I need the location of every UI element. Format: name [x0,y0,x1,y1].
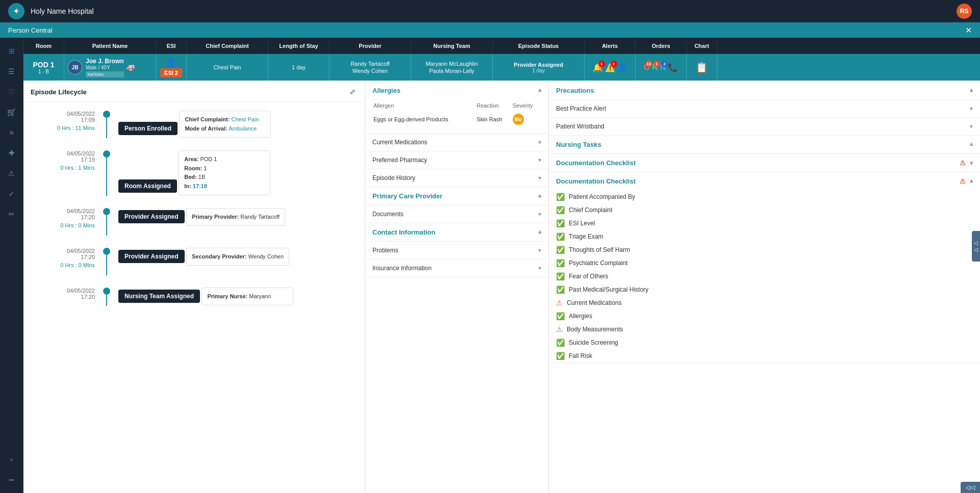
best-practice-alert-header[interactable]: Best Practice Alert ▾ [549,100,980,117]
timeline-right-1: Person Enrolled Chief Complaint: Chest P… [118,111,355,138]
patient-alerts[interactable]: 🔔 1 ⚠️ 1 👤 [585,54,636,81]
contact-information-title: Contact Information [372,228,436,236]
event5-date: 04/05/2022 [34,288,95,294]
event3-title: Provider Assigned [118,210,185,223]
sidebar-item-chart[interactable]: ≡ [3,123,21,142]
phone-order[interactable]: 📞 [668,63,678,72]
transport-icon: 🚑 [126,63,135,71]
close-button[interactable]: ✕ [965,25,972,35]
order-n[interactable]: N 2 [660,63,666,72]
sidebar-item-menu[interactable]: ☰ [3,62,21,81]
person-alert[interactable]: 👤 [617,63,627,72]
best-practice-alert-section: Best Practice Alert ▾ [549,100,980,118]
checklist-item-4: ✅ Triage Exam [549,230,980,243]
check-icon-11: ⚠ [556,325,563,333]
patient-wristband-header[interactable]: Patient Wristband ▾ [549,118,980,135]
sidebar-item-alerts[interactable]: ⚠ [3,164,21,183]
contact-information-header[interactable]: Contact Information ▾ [365,223,548,241]
warning-alert[interactable]: ⚠️ 1 [605,63,615,72]
timeline-dot-2 [103,150,110,158]
patient-wristband-title: Patient Wristband [556,123,605,130]
checklist-item-7: ✅ Fear of Others [549,270,980,283]
doc-checklist-2-warn-icon: ⚠ [960,177,966,185]
patient-esi: 👤 ESI 2 [156,54,187,81]
sidebar-item-clinical[interactable]: ✚ [3,144,21,162]
preferred-pharmacy-header[interactable]: Preferred Pharmacy ▾ [365,151,548,169]
patient-episode-status: Provider Assigned 1 day [493,54,585,81]
best-practice-alert-chevron: ▾ [970,105,973,112]
timeline-line-2 [106,158,107,196]
patient-chief-complaint: Chest Pain [187,54,268,81]
check-icon-5: ✅ [556,246,565,254]
episode-history-section: Episode History ▾ [365,169,548,187]
patient-chart[interactable]: 📋 [687,54,717,81]
col-chief-complaint: Chief Complaint [187,38,268,54]
documentation-checklist-2-header[interactable]: Documentation Checklist ⚠ ▾ [549,172,980,190]
avatar: JB [67,60,83,75]
person-icon: 👤 [617,63,627,72]
primary-care-provider-chevron: ▾ [538,193,541,200]
episode-history-header[interactable]: Episode History ▾ [365,169,548,187]
nursing-tasks-header[interactable]: Nursing Tasks ▾ [549,136,980,153]
timeline-date-3: 04/05/2022 17:20 0 Hrs : 0 Mins [34,208,95,236]
order-r[interactable]: R 1 [652,63,658,72]
documents-header[interactable]: Documents ▾ [365,205,548,223]
sidebar-item-dashboard[interactable]: ⊞ [3,42,21,60]
detail-area: Episode Lifecycle ⤢ 04/05/2022 17:09 0 H… [23,82,980,493]
order-r-count: 1 [654,61,660,67]
patient-row[interactable]: POD 1 1 - B JB Joe J. Brown Male / 40Y X… [23,54,980,82]
lifecycle-title: Episode Lifecycle [31,88,87,96]
app-logo: ✦ [8,3,24,19]
event2-detail: Area: POD 1 Room: 1 Bed: 1B In: 17:19 [179,150,270,195]
right-collapse-button[interactable]: ◁ ◁ [972,231,980,262]
checklist-item-8: ✅ Past Medical/Surgical History [549,283,980,296]
patient-wristband-section: Patient Wristband ▾ [549,118,980,136]
sidebar-dots[interactable]: ••• [3,471,21,489]
check-icon-2: ✅ [556,206,565,214]
patient-orders[interactable]: O 13 R 1 N 2 📞 [636,54,687,81]
nursing-tasks-section: Nursing Tasks ▾ [549,136,980,154]
lifecycle-panel: Episode Lifecycle ⤢ 04/05/2022 17:09 0 H… [23,82,365,493]
event3-detail: Primary Provider: Randy Tartacoff [186,208,285,226]
precautions-header[interactable]: Precautions ▾ [549,82,980,99]
sidebar-item-orders[interactable]: 🛒 [3,103,21,121]
sidebar-item-tasks[interactable]: ✓ [3,185,21,203]
insurance-information-title: Insurance Information [372,265,432,272]
sub-header: Person Central ✕ [0,22,980,38]
contact-information-chevron: ▾ [538,229,541,236]
current-medications-header[interactable]: Current Medications ▾ [365,134,548,151]
event1-detail: Chief Complaint: Chest Pain Mode of Arri… [179,111,271,138]
nurse-primary: Maryann McLaughlin [425,61,478,67]
sidebar-item-vitals[interactable]: ♡ [3,83,21,101]
col-esi: ESI [156,38,187,54]
primary-care-provider-header[interactable]: Primary Care Provider ▾ [365,187,548,205]
checklist-item-9: ⚠ Current Medications [549,296,980,309]
event3-date: 04/05/2022 [34,208,95,214]
problems-header[interactable]: Problems ▾ [365,242,548,259]
insurance-information-header[interactable]: Insurance Information ▾ [365,260,548,277]
main-content: Room Patient Name ESI Chief Complaint Le… [23,38,980,493]
bell-alert[interactable]: 🔔 1 [593,63,603,72]
event2-duration: 0 Hrs : 1 Mins [34,165,95,171]
documentation-checklist-1-title: Documentation Checklist [556,159,636,167]
user-avatar[interactable]: RS [957,4,972,19]
sidebar-item-notes[interactable]: ✏ [3,205,21,223]
precautions-section: Precautions ▾ [549,82,980,100]
sidebar-expand[interactable]: » [3,450,21,469]
order-o[interactable]: O 13 [644,63,650,72]
pronouns-badge: Xe/Xem [86,71,124,77]
col-episode-status: Episode Status [493,38,585,54]
allergies-header[interactable]: Allergies ▾ [365,82,548,99]
primary-care-provider-title: Primary Care Provider [372,192,442,200]
checklist-item-3: ✅ ESI Level [549,217,980,230]
patient-name-cell: JB Joe J. Brown Male / 40Y Xe/Xem 🚑 [64,54,156,81]
order-o-count: 13 [645,61,652,67]
lifecycle-expand-btn[interactable]: ⤢ [347,87,358,97]
checklist-item-12: ✅ Suicide Screening [549,336,980,349]
event2-date: 04/05/2022 [34,150,95,157]
event2-title: Room Assigned [118,179,177,193]
bottom-collapse-button[interactable]: ◁◁ [961,482,980,493]
check-icon-9: ⚠ [556,299,563,307]
preferred-pharmacy-chevron: ▾ [538,157,541,164]
documentation-checklist-1-header[interactable]: Documentation Checklist ⚠ ▾ [549,154,980,172]
